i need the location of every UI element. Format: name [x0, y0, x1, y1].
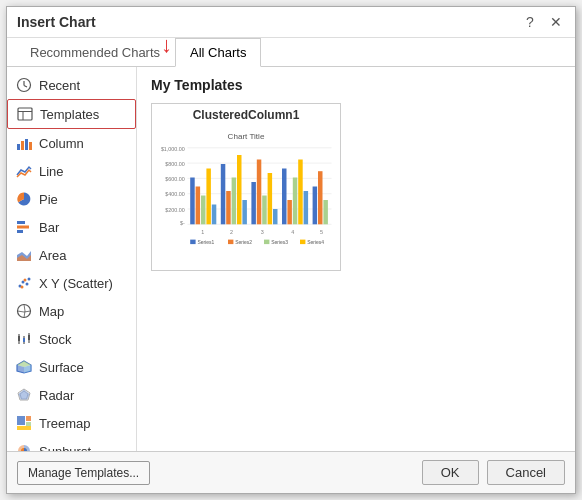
- sidebar-item-map[interactable]: Map: [7, 297, 136, 325]
- svg-point-20: [24, 279, 27, 282]
- sidebar-item-scatter[interactable]: X Y (Scatter): [7, 269, 136, 297]
- sidebar-label-sunburst: Sunburst: [39, 444, 91, 452]
- svg-text:1: 1: [201, 229, 204, 235]
- map-icon: [15, 302, 33, 320]
- svg-rect-11: [17, 226, 29, 229]
- clock-icon: [15, 76, 33, 94]
- close-button[interactable]: ✕: [547, 13, 565, 31]
- svg-text:$1,000.00: $1,000.00: [161, 146, 185, 152]
- svg-rect-102: [190, 240, 195, 245]
- sidebar-item-column[interactable]: Column: [7, 129, 136, 157]
- templates-icon: [16, 105, 34, 123]
- svg-text:2: 2: [230, 229, 233, 235]
- svg-text:Series4: Series4: [307, 240, 324, 245]
- svg-point-21: [18, 305, 31, 318]
- tab-recommended[interactable]: Recommended Charts: [15, 38, 175, 67]
- sidebar-label-recent: Recent: [39, 78, 80, 93]
- insert-chart-dialog: Insert Chart ? ✕ Recommended Charts All …: [6, 6, 576, 494]
- sidebar-label-column: Column: [39, 136, 84, 151]
- surface-icon: [15, 358, 33, 376]
- sidebar-item-treemap[interactable]: Treemap: [7, 409, 136, 437]
- sidebar-label-templates: Templates: [40, 107, 99, 122]
- svg-rect-88: [273, 209, 278, 224]
- sidebar-item-templates[interactable]: Templates: [7, 99, 136, 129]
- svg-rect-75: [196, 187, 201, 225]
- tab-all-charts[interactable]: All Charts: [175, 38, 261, 67]
- svg-rect-78: [212, 205, 217, 225]
- sidebar-item-surface[interactable]: Surface: [7, 353, 136, 381]
- sidebar-item-bar[interactable]: Bar: [7, 213, 136, 241]
- bar-icon: [15, 218, 33, 236]
- svg-text:$400.00: $400.00: [165, 191, 184, 197]
- sidebar-label-scatter: X Y (Scatter): [39, 276, 113, 291]
- treemap-icon: [15, 414, 33, 432]
- sidebar-item-stock[interactable]: Stock: [7, 325, 136, 353]
- svg-rect-7: [21, 141, 24, 150]
- sunburst-icon: [15, 442, 33, 451]
- svg-rect-89: [282, 169, 287, 225]
- svg-rect-84: [251, 182, 256, 224]
- title-bar: Insert Chart ? ✕: [7, 7, 575, 38]
- help-button[interactable]: ?: [521, 13, 539, 31]
- svg-rect-92: [298, 160, 303, 225]
- svg-rect-27: [28, 335, 30, 340]
- cancel-button[interactable]: Cancel: [487, 460, 565, 485]
- svg-text:Series1: Series1: [197, 240, 214, 245]
- svg-rect-106: [264, 240, 269, 245]
- footer: Manage Templates... OK Cancel: [7, 451, 575, 493]
- svg-rect-81: [232, 178, 237, 225]
- svg-rect-74: [190, 178, 195, 225]
- sidebar-label-pie: Pie: [39, 192, 58, 207]
- svg-rect-87: [268, 173, 273, 224]
- line-icon: [15, 162, 33, 180]
- svg-rect-3: [18, 108, 32, 120]
- svg-text:$800.00: $800.00: [165, 161, 184, 167]
- sidebar-item-radar[interactable]: Radar: [7, 381, 136, 409]
- svg-rect-9: [29, 142, 32, 150]
- sidebar-label-area: Area: [39, 248, 66, 263]
- sidebar-label-line: Line: [39, 164, 64, 179]
- svg-point-18: [28, 278, 31, 281]
- chart-item[interactable]: ClusteredColumn1 Chart Title $1,000.00 $…: [151, 103, 341, 271]
- svg-point-19: [21, 286, 24, 289]
- sidebar-label-surface: Surface: [39, 360, 84, 375]
- sidebar-item-sunburst[interactable]: Sunburst: [7, 437, 136, 451]
- svg-rect-35: [17, 416, 25, 425]
- sidebar-item-area[interactable]: Area: [7, 241, 136, 269]
- main-area: My Templates ClusteredColumn1 Chart Titl…: [137, 67, 575, 451]
- svg-text:Series3: Series3: [271, 240, 288, 245]
- chart-preview: Chart Title $1,000.00 $800.00 $600.00 $4…: [156, 126, 336, 266]
- manage-templates-button[interactable]: Manage Templates...: [17, 461, 150, 485]
- chart-grid: ClusteredColumn1 Chart Title $1,000.00 $…: [151, 103, 561, 271]
- sidebar: Recent Templates Column Line: [7, 67, 137, 451]
- svg-rect-83: [242, 200, 247, 224]
- sidebar-item-line[interactable]: Line: [7, 157, 136, 185]
- radar-icon: [15, 386, 33, 404]
- dialog-title: Insert Chart: [17, 14, 96, 30]
- footer-left: Manage Templates...: [17, 461, 150, 485]
- svg-rect-38: [17, 426, 31, 430]
- svg-rect-25: [23, 338, 25, 342]
- svg-text:Series2: Series2: [235, 240, 252, 245]
- svg-rect-23: [18, 336, 20, 341]
- svg-text:4: 4: [291, 229, 294, 235]
- svg-rect-94: [313, 187, 318, 225]
- ok-button[interactable]: OK: [422, 460, 479, 485]
- scatter-icon: [15, 274, 33, 292]
- svg-text:5: 5: [320, 229, 323, 235]
- svg-rect-93: [304, 191, 309, 224]
- sidebar-label-stock: Stock: [39, 332, 72, 347]
- svg-rect-96: [323, 200, 328, 224]
- area-icon: [15, 246, 33, 264]
- svg-point-17: [26, 283, 29, 286]
- section-title: My Templates: [151, 77, 561, 93]
- svg-rect-10: [17, 221, 25, 224]
- svg-rect-104: [228, 240, 233, 245]
- title-controls: ? ✕: [521, 13, 565, 31]
- svg-rect-77: [206, 169, 211, 225]
- sidebar-item-pie[interactable]: Pie: [7, 185, 136, 213]
- svg-rect-108: [300, 240, 305, 245]
- tabs-bar: Recommended Charts All Charts ↓: [7, 38, 575, 67]
- svg-rect-91: [293, 178, 298, 225]
- sidebar-item-recent[interactable]: Recent: [7, 71, 136, 99]
